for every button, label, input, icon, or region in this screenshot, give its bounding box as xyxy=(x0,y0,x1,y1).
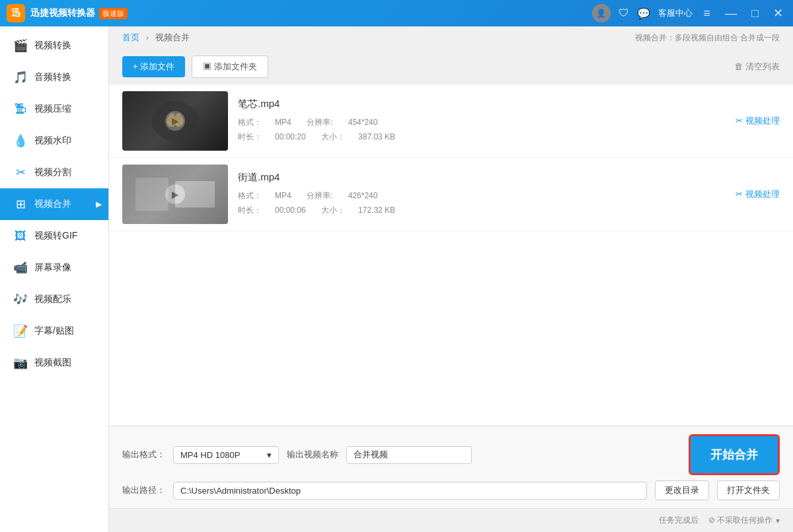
sidebar-label-audio-convert: 音频转换 xyxy=(34,71,71,83)
breadcrumb-bar: 首页 › 视频合并 视频合并：多段视频自由组合 合并成一段 xyxy=(109,26,793,49)
status-dropdown-icon: ▾ xyxy=(776,516,780,525)
audio-convert-icon: 🎵 xyxy=(13,70,28,85)
status-bar: 任务完成后 ⊘ 不采取任何操作 ▾ xyxy=(109,508,793,532)
output-path-input[interactable] xyxy=(173,482,647,500)
sidebar-item-video-gif[interactable]: 🖼 视频转GIF xyxy=(0,220,108,252)
file-info: 街道.mp4 格式：MP4 分辨率: 426*240 时长：00:00:06 大… xyxy=(238,171,726,217)
change-dir-button[interactable]: 更改目录 xyxy=(655,480,709,500)
menu-icon[interactable]: ≡ xyxy=(700,7,714,20)
shield-icon[interactable]: 🛡 xyxy=(619,7,629,19)
file-list: ▶ 🤲 笔芯.mp4 格式：MP4 分辨率: 454*240 时长：00:00:… xyxy=(109,85,793,426)
title-bar-controls: 👤 🛡 💬 客服中心 ≡ — □ ✕ xyxy=(592,4,786,22)
add-folder-button[interactable]: ▣ 添加文件夹 xyxy=(192,56,268,78)
format-row: 输出格式： MP4 HD 1080P ▾ 输出视频名称 开始合并 xyxy=(122,434,780,475)
chat-icon[interactable]: 💬 xyxy=(637,7,650,20)
breadcrumb: 首页 › 视频合并 xyxy=(122,32,190,44)
output-name-label: 输出视频名称 xyxy=(287,449,338,461)
sidebar-item-subtitle[interactable]: 📝 字幕/贴图 xyxy=(0,315,108,347)
screen-record-icon: 📹 xyxy=(13,260,28,275)
service-label[interactable]: 客服中心 xyxy=(658,7,693,19)
active-arrow-icon: ▶ xyxy=(96,200,102,209)
sidebar-label-video-watermark: 视频水印 xyxy=(34,135,71,147)
file-format: MP4 xyxy=(275,191,291,200)
no-action-label: ⊘ 不采取任何操作 xyxy=(708,515,773,526)
start-merge-button[interactable]: 开始合并 xyxy=(689,434,780,475)
video-convert-icon: 🎬 xyxy=(13,38,28,53)
file-resolution-label: 分辨率: xyxy=(307,191,332,200)
user-avatar[interactable]: 👤 xyxy=(592,4,611,22)
svg-rect-3 xyxy=(135,178,169,211)
minimize-button[interactable]: — xyxy=(722,7,740,20)
file-name: 街道.mp4 xyxy=(238,171,726,184)
sidebar-label-screenshot: 视频截图 xyxy=(34,357,71,369)
file-name: 笔芯.mp4 xyxy=(238,98,726,110)
file-thumbnail: ▶ xyxy=(122,165,228,224)
file-item: ▶ 🤲 笔芯.mp4 格式：MP4 分辨率: 454*240 时长：00:00:… xyxy=(109,85,793,158)
file-format: MP4 xyxy=(275,118,291,127)
sidebar-item-screenshot[interactable]: 📷 视频截图 xyxy=(0,347,108,379)
file-size: 172.32 KB xyxy=(358,206,395,215)
file-resolution: 454*240 xyxy=(348,118,378,127)
sidebar-label-video-gif: 视频转GIF xyxy=(34,230,77,242)
add-file-button[interactable]: + 添加文件 xyxy=(122,56,185,77)
close-button[interactable]: ✕ xyxy=(770,6,786,20)
main-layout: 🎬 视频转换 🎵 音频转换 🗜 视频压缩 💧 视频水印 ✂ 视频分割 ⊞ 视频合… xyxy=(0,26,793,532)
sidebar-item-screen-record[interactable]: 📹 屏幕录像 xyxy=(0,252,108,284)
app-tag: 极速版 xyxy=(99,8,128,19)
content-area: 首页 › 视频合并 视频合并：多段视频自由组合 合并成一段 + 添加文件 ▣ 添… xyxy=(109,26,793,532)
video-music-icon: 🎶 xyxy=(13,292,28,307)
file-meta: 格式：MP4 分辨率: 426*240 xyxy=(238,189,726,204)
video-process-button[interactable]: ✂ 视频处理 xyxy=(736,188,780,200)
sidebar-item-video-split[interactable]: ✂ 视频分割 xyxy=(0,157,108,188)
sidebar-label-subtitle: 字幕/贴图 xyxy=(34,325,74,337)
file-format-label: 格式： xyxy=(238,118,262,127)
sidebar-item-video-convert[interactable]: 🎬 视频转换 xyxy=(0,30,108,61)
file-resolution: 426*240 xyxy=(348,191,378,200)
format-select[interactable]: MP4 HD 1080P ▾ xyxy=(173,446,279,464)
completion-label: 任务完成后 xyxy=(659,515,699,526)
file-format-label: 格式： xyxy=(238,191,262,200)
file-size-label: 大小： xyxy=(321,132,345,141)
video-split-icon: ✂ xyxy=(13,165,28,180)
app-name: 迅捷视频转换器 xyxy=(30,7,95,19)
format-value: MP4 HD 1080P xyxy=(180,450,240,460)
sidebar-item-video-watermark[interactable]: 💧 视频水印 xyxy=(0,125,108,157)
maximize-button[interactable]: □ xyxy=(748,7,762,20)
file-duration-label: 时长： xyxy=(238,132,262,141)
file-duration: 00:00:20 xyxy=(275,132,306,141)
sidebar-label-video-split: 视频分割 xyxy=(34,167,71,178)
sidebar-item-video-music[interactable]: 🎶 视频配乐 xyxy=(0,284,108,315)
file-info: 笔芯.mp4 格式：MP4 分辨率: 454*240 时长：00:00:20 大… xyxy=(238,98,726,144)
video-process-button[interactable]: ✂ 视频处理 xyxy=(736,115,780,127)
sidebar-item-audio-convert[interactable]: 🎵 音频转换 xyxy=(0,61,108,93)
file-meta-2: 时长：00:00:20 大小：387.03 KB xyxy=(238,130,726,145)
app-logo: 迅 xyxy=(7,4,25,22)
file-resolution-label: 分辨率: xyxy=(307,118,332,127)
sidebar-item-video-compress[interactable]: 🗜 视频压缩 xyxy=(0,93,108,125)
breadcrumb-desc: 视频合并：多段视频自由组合 合并成一段 xyxy=(635,32,780,44)
video-merge-icon: ⊞ xyxy=(13,197,28,211)
dropdown-icon: ▾ xyxy=(267,450,272,460)
sidebar: 🎬 视频转换 🎵 音频转换 🗜 视频压缩 💧 视频水印 ✂ 视频分割 ⊞ 视频合… xyxy=(0,26,109,532)
toolbar: + 添加文件 ▣ 添加文件夹 🗑 清空列表 xyxy=(109,49,793,85)
subtitle-icon: 📝 xyxy=(13,324,28,338)
bottom-panel: 输出格式： MP4 HD 1080P ▾ 输出视频名称 开始合并 输出路径： 更… xyxy=(109,426,793,508)
sidebar-label-video-music: 视频配乐 xyxy=(34,293,71,305)
file-size: 387.03 KB xyxy=(358,132,395,141)
output-name-input[interactable] xyxy=(346,446,472,464)
path-row: 输出路径： 更改目录 打开文件夹 xyxy=(122,480,780,500)
sidebar-label-video-compress: 视频压缩 xyxy=(34,103,71,115)
file-duration-label: 时长： xyxy=(238,206,262,215)
video-watermark-icon: 💧 xyxy=(13,133,28,148)
open-folder-button[interactable]: 打开文件夹 xyxy=(717,480,780,500)
video-compress-icon: 🗜 xyxy=(13,102,28,116)
file-thumbnail: ▶ 🤲 xyxy=(122,91,228,151)
title-bar: 迅 迅捷视频转换器 极速版 👤 🛡 💬 客服中心 ≡ — □ ✕ xyxy=(0,0,793,26)
file-meta-2: 时长：00:00:06 大小：172.32 KB xyxy=(238,204,726,218)
breadcrumb-home[interactable]: 首页 xyxy=(122,32,139,42)
clear-list-button[interactable]: 🗑 清空列表 xyxy=(734,61,780,73)
output-path-label: 输出路径： xyxy=(122,484,165,496)
status-action[interactable]: ⊘ 不采取任何操作 ▾ xyxy=(708,515,780,526)
sidebar-item-video-merge[interactable]: ⊞ 视频合并 ▶ xyxy=(0,188,108,220)
format-label: 输出格式： xyxy=(122,449,165,461)
